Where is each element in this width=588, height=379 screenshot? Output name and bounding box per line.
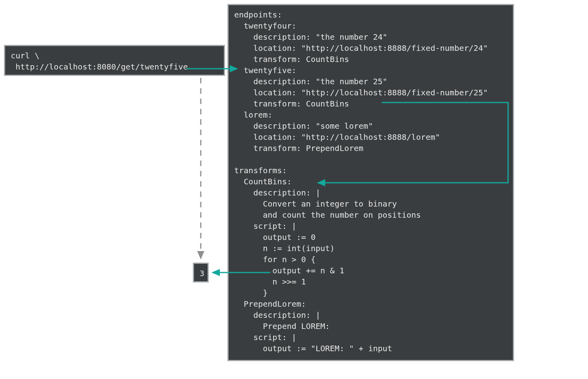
result-box: 3: [193, 263, 209, 282]
config-yaml-box: endpoints: twentyfour: description: "the…: [227, 4, 514, 361]
curl-command-box: curl \ http://localhost:8080/get/twentyf…: [4, 45, 225, 76]
diagram-canvas: endpoints: twentyfour: description: "the…: [0, 0, 588, 379]
